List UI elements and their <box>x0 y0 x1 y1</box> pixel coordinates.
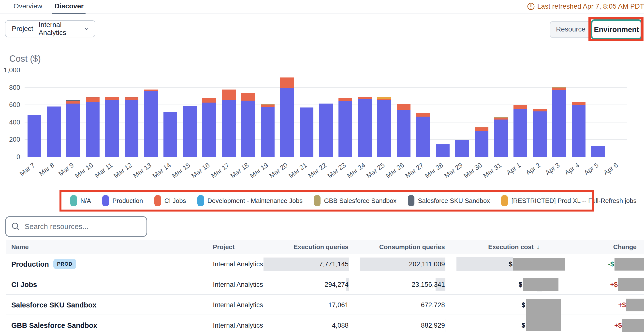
bar-segment-ci-jobs[interactable] <box>397 104 410 110</box>
bar-segment-ci-jobs[interactable] <box>338 98 352 101</box>
bar-segment-ci-jobs[interactable] <box>494 118 508 120</box>
column-header-project[interactable]: Project <box>213 240 234 254</box>
consumption-queries-value: 202,111,009 <box>409 254 445 274</box>
bar-segment-ci-jobs[interactable] <box>358 97 372 99</box>
column-header-name[interactable]: Name <box>11 240 29 254</box>
table-row[interactable]: CI JobsInternal Analytics294,27423,156,3… <box>6 275 644 295</box>
change-value-prefix: +$ <box>610 275 618 295</box>
project-cell: Internal Analytics <box>213 295 263 315</box>
bar-segment-production[interactable] <box>86 102 100 157</box>
bar-segment-ci-jobs[interactable] <box>124 97 138 100</box>
legend-item[interactable]: Salesforce SKU Sandbox <box>408 195 490 206</box>
legend-item[interactable]: GBB Salesforce Sandbox <box>314 195 396 206</box>
bar-segment-gbb-salesforce-sandbox[interactable] <box>494 117 508 118</box>
active-tab-underline <box>52 13 86 14</box>
table-row[interactable]: ProductionPRODInternal Analytics7,771,14… <box>6 254 644 274</box>
legend-item[interactable]: [RESTRICTED] Prod XL -- Full-Refresh job… <box>501 195 636 206</box>
bar-segment-ci-jobs[interactable] <box>280 78 294 88</box>
bar-segment-ci-jobs[interactable] <box>572 102 586 105</box>
search-input[interactable] <box>24 222 133 231</box>
bar-segment-production[interactable] <box>242 101 255 157</box>
bar-segment-ci-jobs[interactable] <box>533 109 547 111</box>
legend-item[interactable]: Production <box>102 195 143 206</box>
bar-segment-production[interactable] <box>494 120 508 157</box>
tab-overview[interactable]: Overview <box>14 0 42 14</box>
bar-segment-ci-jobs[interactable] <box>242 93 255 101</box>
resource-name: Salesforce SKU Sandbox <box>11 295 96 315</box>
column-header-execution-cost[interactable]: Execution cost↓ <box>488 240 540 254</box>
bar-segment-production[interactable] <box>319 104 333 157</box>
bar-segment-salesforce-sku-sandbox[interactable] <box>86 97 100 97</box>
bar-segment-production[interactable] <box>338 101 352 157</box>
legend-label: Salesforce SKU Sandbox <box>418 197 490 205</box>
bar-segment-production[interactable] <box>47 107 61 157</box>
column-header-change[interactable]: Change <box>613 240 637 254</box>
bar-segment-production[interactable] <box>514 109 527 157</box>
legend-label: Production <box>112 197 143 205</box>
bar-segment-production[interactable] <box>222 100 236 157</box>
bar-segment-ci-jobs[interactable] <box>105 97 119 100</box>
legend-label: Development - Maintenance Jobs <box>208 197 302 205</box>
legend-item[interactable]: Development - Maintenance Jobs <box>198 195 302 206</box>
bar-segment-production[interactable] <box>397 110 410 157</box>
bar-segment-production[interactable] <box>164 112 177 157</box>
bar-segment-production[interactable] <box>533 111 547 157</box>
bar-segment-production[interactable] <box>416 117 430 157</box>
y-axis-tick-label: 0 <box>0 153 20 161</box>
bar-segment-production[interactable] <box>377 100 391 157</box>
legend-item[interactable]: CI Jobs <box>154 195 186 206</box>
project-filter-dropdown[interactable]: Project Internal Analytics <box>5 20 95 37</box>
bar-segment-production[interactable] <box>572 105 586 157</box>
bar-segment-production[interactable] <box>124 100 138 157</box>
bar-segment-ci-jobs[interactable] <box>475 127 488 131</box>
bar-segment-production[interactable] <box>475 131 488 157</box>
bar-segment-salesforce-sku-sandbox[interactable] <box>66 100 80 101</box>
execution-cost-currency: $ <box>509 254 512 274</box>
tab-discover[interactable]: Discover <box>54 0 84 14</box>
bar-segment-salesforce-sku-sandbox[interactable] <box>377 99 391 99</box>
bar-segment-salesforce-sku-sandbox[interactable] <box>124 97 138 97</box>
environment-toggle-button[interactable]: Environment <box>592 21 641 38</box>
bar-segment-salesforce-sku-sandbox[interactable] <box>416 113 430 113</box>
bar-segment-production[interactable] <box>358 99 372 157</box>
bar-segment-ci-jobs[interactable] <box>144 90 158 91</box>
bar-segment-production[interactable] <box>144 91 158 157</box>
bar-segment-production[interactable] <box>183 106 197 157</box>
bar-segment-ci-jobs[interactable] <box>552 88 566 90</box>
alert-icon <box>527 3 535 10</box>
bar-segment-ci-jobs[interactable] <box>86 97 100 102</box>
bar-segment-ci-jobs[interactable] <box>416 113 430 117</box>
bar-segment-production[interactable] <box>591 146 605 157</box>
bar-segment-ci-jobs[interactable] <box>261 105 274 107</box>
bar-segment-ci-jobs[interactable] <box>514 105 527 109</box>
column-header-consumption-queries[interactable]: Consumption queries <box>379 240 445 254</box>
bar-segment-production[interactable] <box>280 88 294 157</box>
bar-segment-gbb-salesforce-sandbox[interactable] <box>552 87 566 87</box>
bar-segment-ci-jobs[interactable] <box>377 99 391 100</box>
bar-segment-production[interactable] <box>455 140 469 157</box>
bar-segment-production[interactable] <box>436 144 450 157</box>
bar-segment-salesforce-sku-sandbox[interactable] <box>397 104 410 104</box>
bar-segment-gbb-salesforce-sandbox[interactable] <box>261 104 274 105</box>
bar-segment-production[interactable] <box>105 100 119 157</box>
bar-segment-ci-jobs[interactable] <box>66 101 80 104</box>
bar-segment-production[interactable] <box>261 107 274 157</box>
bar-segment-production[interactable] <box>28 115 41 157</box>
execution-queries-value: 294,274 <box>324 275 348 295</box>
y-axis-tick-label: 200 <box>0 136 20 143</box>
bar-segment-ci-jobs[interactable] <box>222 90 236 100</box>
bar-segment--restricted-prod-xl-full-refresh-jobs[interactable] <box>377 97 391 99</box>
project-filter-value: Internal Analytics <box>38 21 78 37</box>
bar-segment-production[interactable] <box>300 108 314 157</box>
sort-descending-icon: ↓ <box>536 243 540 251</box>
bar-segment-production[interactable] <box>66 104 80 157</box>
project-cell: Internal Analytics <box>213 275 263 295</box>
resource-toggle-button[interactable]: Resource <box>550 21 592 38</box>
bar-segment-ci-jobs[interactable] <box>202 98 216 103</box>
bar-segment-gbb-salesforce-sandbox[interactable] <box>475 127 488 127</box>
column-header-execution-queries[interactable]: Execution queries <box>294 240 348 254</box>
chevron-down-icon <box>84 27 88 31</box>
bar-segment-production[interactable] <box>202 103 216 157</box>
legend-item[interactable]: N/A <box>70 195 91 206</box>
bar-segment-production[interactable] <box>552 90 566 157</box>
